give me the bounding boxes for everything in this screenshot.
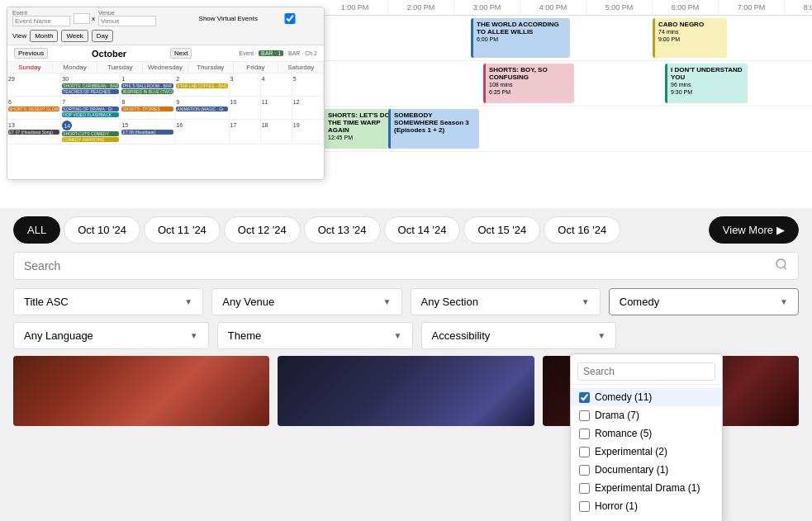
cal-cell-12[interactable]: 12	[292, 97, 324, 120]
accessibility-dropdown[interactable]: Accessibility ▼	[421, 322, 617, 349]
cal-cell-6[interactable]: 6 SHORTS: DESERT GLOW	[7, 97, 61, 120]
mini-cal-grid: 29 30 SHORTS: CARIBBEAN - BAR TEACHES OF…	[7, 73, 324, 144]
cal-cell-1[interactable]: 1 PHIL'S BALLROOM - BAR INSPIRED IN BLUE…	[121, 73, 175, 97]
cal-cell-29[interactable]: 29	[7, 73, 61, 97]
event-input[interactable]	[12, 16, 70, 26]
search-input[interactable]	[24, 259, 775, 272]
sort-label: Title ASC	[24, 296, 69, 308]
svg-point-0	[776, 259, 786, 268]
day-btn[interactable]: Day	[92, 30, 113, 42]
schedule-row: SHORTS: BOY, SO CONFUSING 108 mins6:35 P…	[322, 61, 812, 107]
venue-dropdown[interactable]: Any Venue ▼	[211, 288, 401, 315]
prev-button[interactable]: Previous	[14, 48, 48, 59]
filter-labels: Event · BAR · 1 · BAR · Ch 2	[239, 50, 317, 56]
cal-cell-15[interactable]: 15 ET 08 (Heartbeat)	[121, 120, 175, 144]
time-slot: 4:00 PM	[520, 0, 586, 15]
cal-cell-17[interactable]: 17	[230, 120, 261, 144]
month-btn[interactable]: Month	[30, 30, 58, 42]
comedy-search-area	[571, 359, 722, 385]
mini-cal-nav-next: Next	[170, 48, 192, 59]
show-virtual-checkbox[interactable]	[261, 13, 319, 24]
genre-checkbox-experimental[interactable]	[579, 447, 590, 457]
tab-oct13[interactable]: Oct 13 '24	[304, 216, 381, 244]
tab-oct11[interactable]: Oct 11 '24	[144, 216, 221, 244]
language-dropdown[interactable]: Any Language ▼	[13, 322, 209, 349]
cal-cell-11[interactable]: 11	[261, 97, 292, 120]
section-dropdown[interactable]: Any Section ▼	[411, 288, 601, 315]
genre-dropdown[interactable]: Comedy ▼	[609, 288, 799, 315]
genre-item-horror[interactable]: Horror (1)	[571, 497, 722, 515]
event-title: SOMEBODY SOMEWHERE Season 3 (Episodes 1 …	[394, 111, 469, 134]
thumbnail-1[interactable]	[13, 356, 269, 426]
theme-dropdown[interactable]: Theme ▼	[217, 322, 413, 349]
genre-item-drama[interactable]: Drama (7)	[571, 406, 722, 424]
event-id-input[interactable]	[74, 13, 90, 24]
event-card[interactable]: SHORTS: BOY, SO CONFUSING 108 mins6:35 P…	[483, 64, 574, 103]
genre-label-exp-drama: Experimental Drama (1)	[595, 482, 700, 494]
week-btn[interactable]: Week	[61, 30, 88, 42]
cal-cell-10[interactable]: 10	[230, 97, 261, 120]
cal-cell-18[interactable]: 18	[261, 120, 292, 144]
tab-oct14[interactable]: Oct 14 '24	[384, 216, 461, 244]
event-card[interactable]: I DON'T UNDERSTAND YOU 96 mins9:30 PM	[665, 64, 748, 103]
mini-calendar: Event x Venue Show Virtual Events View M…	[7, 7, 325, 180]
time-slot: 6:00 PM	[653, 0, 719, 15]
cal-cell-30[interactable]: 30 SHORTS: CARIBBEAN - BAR TEACHES OF PE…	[61, 73, 121, 97]
genre-item-documentary[interactable]: Documentary (1)	[571, 461, 722, 479]
genre-label-horror: Horror (1)	[595, 500, 638, 512]
thumbnail-2[interactable]	[278, 356, 534, 426]
genre-list: Comedy (11) Drama (7) Romance (5) Experi…	[571, 385, 722, 517]
schedule-area: 1:00 PM 2:00 PM 3:00 PM 4:00 PM 5:00 PM …	[322, 0, 812, 215]
genre-item-exp-drama[interactable]: Experimental Drama (1)	[571, 479, 722, 497]
view-more-button[interactable]: View More ▶	[709, 216, 799, 244]
event-time: 96 mins9:30 PM	[671, 82, 692, 95]
cal-cell-9[interactable]: 9 ANIMATION (MAGIC · Gr	[175, 97, 229, 120]
genre-label-drama: Drama (7)	[595, 410, 639, 421]
time-slot: 8:00 PM	[785, 0, 812, 15]
cal-cell-8[interactable]: 8 SHORTS: STORIES	[121, 97, 175, 120]
genre-checkbox-exp-drama[interactable]	[579, 483, 590, 494]
genre-item-romance[interactable]: Romance (5)	[571, 424, 722, 443]
cal-cell-19[interactable]: 19	[292, 120, 324, 144]
genre-caret: ▼	[780, 297, 788, 306]
genre-label: Comedy	[620, 296, 659, 308]
cal-cell-2[interactable]: 2 STAR LAB COFFEE - BAR	[175, 73, 229, 97]
mini-cal-days-header: Sunday Monday Tuesday Wednesday Thursday…	[7, 62, 324, 73]
tab-oct15[interactable]: Oct 15 '24	[463, 216, 540, 244]
genre-checkbox-drama[interactable]	[579, 410, 590, 421]
venue-input[interactable]	[98, 16, 156, 26]
empty-spacer	[624, 322, 799, 349]
cal-cell-16[interactable]: 16	[175, 120, 229, 144]
cal-cell-14[interactable]: 14 SHORT-CUTS COMEDY COMEDY AWARDING	[61, 120, 121, 144]
language-label: Any Language	[24, 329, 93, 342]
filters-row-1: Title ASC ▼ Any Venue ▼ Any Section ▼ Co…	[13, 288, 799, 315]
view-label: View	[12, 32, 26, 40]
event-title: THE WORLD ACCORDING TO ALLEE WILLIS	[477, 21, 559, 36]
genre-checkbox-romance[interactable]	[579, 429, 590, 439]
cal-cell-5[interactable]: 5	[292, 73, 324, 97]
genre-checkbox-horror[interactable]	[579, 501, 590, 512]
tab-oct10[interactable]: Oct 10 '24	[64, 216, 140, 244]
cal-cell-3[interactable]: 3	[230, 73, 261, 97]
genre-checkbox-comedy[interactable]	[579, 392, 590, 403]
comedy-search-input[interactable]	[577, 362, 715, 381]
genre-checkbox-documentary[interactable]	[579, 465, 590, 476]
tab-oct12[interactable]: Oct 12 '24	[224, 216, 301, 244]
cal-cell-4[interactable]: 4	[261, 73, 292, 97]
language-caret: ▼	[190, 331, 198, 340]
tab-all[interactable]: ALL	[13, 216, 60, 244]
sort-dropdown[interactable]: Title ASC ▼	[13, 288, 203, 315]
event-card[interactable]: SHORTS: LET'S DO THE TIME WARP AGAIN 12:…	[322, 109, 397, 149]
genre-item-comedy[interactable]: Comedy (11)	[571, 388, 722, 406]
event-time: 74 mins9:00 PM	[658, 29, 680, 42]
event-card[interactable]: THE WORLD ACCORDING TO ALLEE WILLIS 6:00…	[471, 18, 570, 58]
event-time: 108 mins6:35 PM	[489, 82, 512, 95]
genre-item-experimental[interactable]: Experimental (2)	[571, 443, 722, 461]
event-card[interactable]: CABO NEGRO 74 mins9:00 PM	[653, 18, 727, 58]
cal-cell-13[interactable]: 13 ET 07 (Heartbeat Song)	[7, 120, 61, 144]
next-button[interactable]: Next	[170, 48, 192, 59]
filter-bar2: BAR · Ch 2	[288, 50, 317, 56]
event-card[interactable]: SOMEBODY SOMEWHERE Season 3 (Episodes 1 …	[388, 109, 479, 149]
tab-oct16[interactable]: Oct 16 '24	[544, 216, 620, 244]
cal-cell-7[interactable]: 7 SORTING OF DRAMA · Gr HOP VIDEO FLASHB…	[61, 97, 121, 120]
